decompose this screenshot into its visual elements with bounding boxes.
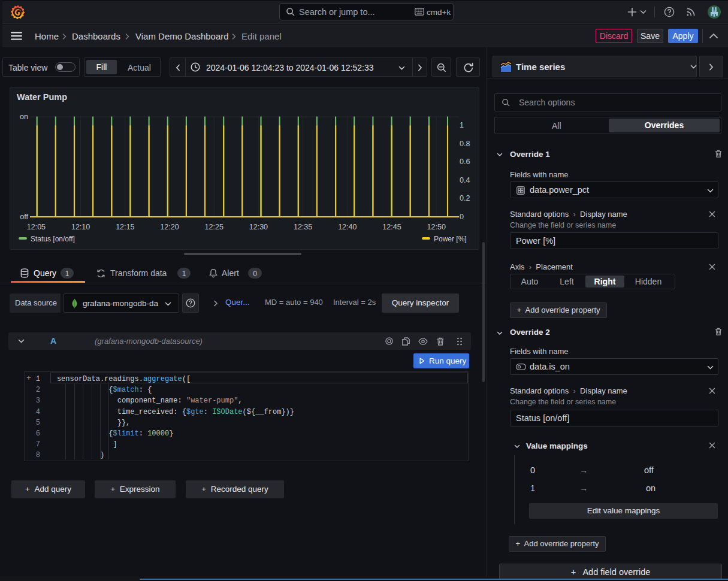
svg-text:12:45: 12:45 — [382, 223, 401, 231]
svg-text:12:05: 12:05 — [27, 223, 46, 231]
svg-text:Power [%]: Power [%] — [434, 235, 467, 243]
svg-text:0.8: 0.8 — [460, 140, 470, 148]
svg-text:12:25: 12:25 — [205, 223, 223, 231]
svg-text:on: on — [20, 113, 28, 121]
svg-text:12:40: 12:40 — [338, 223, 357, 231]
svg-text:0: 0 — [460, 213, 464, 221]
svg-text:12:30: 12:30 — [249, 223, 268, 231]
svg-text:12:15: 12:15 — [116, 223, 134, 231]
svg-text:12:20: 12:20 — [160, 223, 179, 231]
svg-text:Status [on/off]: Status [on/off] — [31, 235, 75, 243]
svg-text:1: 1 — [460, 121, 464, 129]
svg-text:0.2: 0.2 — [460, 194, 470, 202]
svg-text:0.4: 0.4 — [460, 176, 470, 184]
svg-text:12:50: 12:50 — [427, 223, 446, 231]
svg-text:off: off — [20, 213, 28, 221]
svg-text:0.6: 0.6 — [460, 158, 470, 166]
svg-text:12:10: 12:10 — [71, 223, 90, 231]
svg-text:12:35: 12:35 — [294, 223, 312, 231]
